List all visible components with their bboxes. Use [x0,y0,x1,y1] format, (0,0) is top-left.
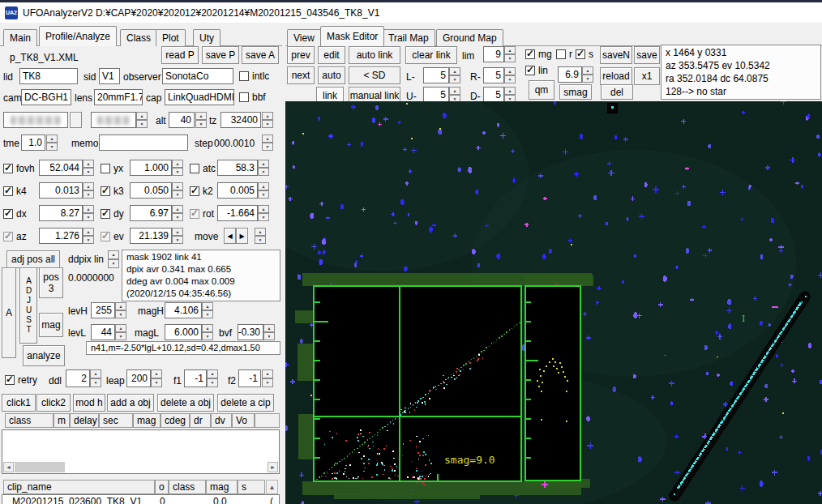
lens-field[interactable]: 20mmF1.7 [94,89,143,105]
auto-button[interactable]: auto [318,66,345,84]
l-field[interactable]: 5 [423,67,449,83]
levl-field[interactable]: 44 [91,324,115,340]
adjust-vertical-button[interactable]: ADJUST [19,267,37,344]
fovh-checkbox[interactable]: fovh [3,163,35,174]
latitude-spinner[interactable] [136,112,148,128]
k4-spinner[interactable] [83,182,94,199]
atc-field[interactable]: 58.3 [217,160,258,176]
ddl-spinner[interactable] [90,369,101,387]
dx-field[interactable]: 8.27 [39,205,83,221]
dy-field[interactable]: 6.97 [130,205,172,221]
magl-field[interactable]: 6.000 [165,324,202,340]
clip-col-s[interactable]: s [238,480,265,494]
az-checkbox[interactable]: az [3,231,27,242]
obj-scroll-right-arrow[interactable] [268,462,278,472]
mask-editor-image[interactable]: smag=9.0I [285,101,822,504]
bvf-spinner[interactable] [263,324,275,340]
edit-button[interactable]: edit [318,46,345,64]
latitude-field-redacted[interactable] [91,112,136,128]
reload-button[interactable]: reload [600,67,632,85]
atc-checkbox[interactable]: atc [190,163,216,174]
k2-spinner[interactable] [258,182,269,199]
magl-spinner[interactable] [202,324,213,340]
ev-spinner[interactable] [172,228,183,244]
clip-row[interactable]: M20201215_023600_TK8_V1 0 0.0 ( [2,495,279,504]
ev-field[interactable]: 21.139 [130,228,172,244]
tab-profile-analyze[interactable]: Profile/Analyze [39,26,117,46]
tz-field[interactable]: 32400 [220,112,261,128]
lid-field[interactable]: TK8 [19,68,78,84]
read-p-button[interactable]: read P [161,46,199,64]
rot-field[interactable]: -1.664 [217,205,258,221]
smag-button[interactable]: smag [559,84,592,100]
auto-link-button[interactable]: auto link [349,46,400,64]
adj-pos-all-button[interactable]: adj pos all [6,250,60,268]
tab-ground-map[interactable]: Ground Map [436,29,503,46]
delete-a-cip-button[interactable]: delete a cip [217,394,274,412]
retry-checkbox[interactable]: retry [5,374,37,386]
magh-spinner[interactable] [202,302,213,318]
longitude-field-redacted[interactable] [3,112,68,128]
u-spinner[interactable] [449,87,460,103]
d-field[interactable]: 5 [483,87,504,103]
atc-spinner[interactable] [258,160,269,176]
lim-field[interactable]: 9 [483,46,504,62]
tme-spinner[interactable] [46,135,58,151]
obj-col-delay[interactable]: delay [70,413,99,428]
yx-checkbox[interactable]: yx [101,163,123,174]
clip-list[interactable]: M20201215_023600_TK8_V1 0 0.0 ( [2,494,280,504]
move-spinner[interactable] [255,228,266,244]
tme-field[interactable]: 1.0 [21,135,45,151]
save-button[interactable]: save [634,46,660,64]
save-p-button[interactable]: save P [202,46,239,64]
step-spinner[interactable] [262,135,273,151]
move-right-button[interactable]: ▶ [236,228,248,244]
del-button[interactable]: del [601,84,633,100]
tab-main[interactable]: Main [3,29,37,46]
move-left-button[interactable]: ◀ [224,228,236,244]
a-button[interactable]: A [2,267,16,358]
az-field[interactable]: 1.276 [39,228,83,244]
tab-class[interactable]: Class [120,29,157,46]
clear-link-button[interactable]: clear link [405,46,457,64]
tab-view[interactable]: View [287,29,321,46]
clip-scroll-up-arrow[interactable] [266,480,278,494]
tab-plot[interactable]: Plot [156,29,186,46]
s-mark-checkbox[interactable]: s [576,49,593,60]
leap-spinner[interactable] [151,369,162,387]
obj-scroll-thumb[interactable] [15,462,65,472]
f1-spinner[interactable] [207,369,218,387]
levh-spinner[interactable] [115,302,126,318]
title-bar[interactable]: UA2 UFOAnalyzerV2 D:¥CAP¥2020¥202012¥202… [0,0,822,23]
save-a-button[interactable]: save A [242,46,279,64]
obj-col-mag[interactable]: mag [133,413,161,428]
lin-checkbox[interactable]: lin [525,65,548,76]
add-a-obj-button[interactable]: add a obj [107,394,154,412]
sd-button[interactable]: < SD [349,66,400,84]
click1-button[interactable]: click1 [2,394,36,412]
r-spinner[interactable] [504,67,516,83]
tab-trail-map[interactable]: Trail Map [382,29,435,46]
leap-field[interactable]: 200 [126,369,151,387]
yx-spinner[interactable] [172,160,183,176]
levl-spinner[interactable] [115,324,126,340]
cam-field[interactable]: DC-BGH1 [21,89,71,105]
dx-spinner[interactable] [83,205,94,221]
l-spinner[interactable] [449,67,460,83]
observer-field[interactable]: SonotaCo [162,68,233,84]
analyze-button[interactable]: analyze [23,345,65,366]
obj-col-sec[interactable]: sec [99,413,133,428]
sid-field[interactable]: V1 [99,68,120,84]
threshold-field[interactable]: 6.9 [558,66,582,83]
f2-spinner[interactable] [262,369,273,387]
f2-field[interactable]: -1 [238,369,261,387]
yx-field[interactable]: 1.000 [130,160,172,176]
d-spinner[interactable] [504,87,516,103]
r-field[interactable]: 5 [483,67,504,83]
intlc-checkbox[interactable]: intlc [239,70,269,82]
threshold-spinner[interactable] [582,66,593,83]
rot-spinner[interactable] [258,205,269,221]
clip-col-mag[interactable]: mag [206,480,238,494]
ddl-field[interactable]: 2 [66,369,90,387]
bvf-field[interactable]: -0.30 [238,324,263,340]
